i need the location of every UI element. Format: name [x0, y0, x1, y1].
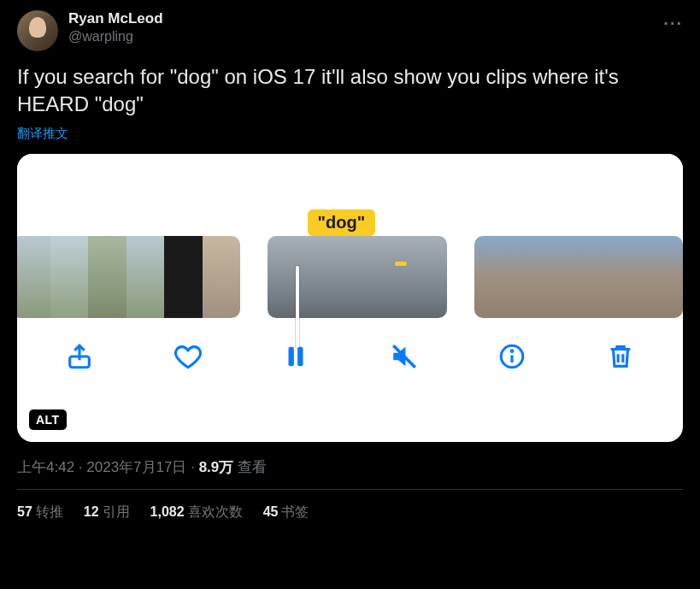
info-icon[interactable] — [493, 338, 531, 375]
views-count: 8.9万 — [199, 459, 234, 475]
tweet-header: Ryan McLeod @warpling ··· — [17, 10, 683, 51]
mute-icon[interactable] — [385, 338, 423, 375]
timeline-marker — [395, 262, 407, 266]
thumbnail — [648, 236, 683, 318]
thumbnail — [579, 236, 614, 318]
thumbnail — [387, 236, 447, 318]
thumbnail — [50, 236, 89, 318]
share-icon[interactable] — [61, 338, 98, 375]
tweet-container: Ryan McLeod @warpling ··· If you search … — [0, 0, 700, 532]
thumbnail — [126, 236, 165, 318]
thumbnail — [327, 236, 387, 318]
thumbnail — [509, 236, 544, 318]
heart-icon[interactable] — [169, 338, 207, 375]
tweet-text: If you search for "dog" on iOS 17 it'll … — [17, 63, 683, 119]
thumbnail — [203, 236, 241, 318]
thumbnail — [544, 236, 579, 318]
trash-icon[interactable] — [602, 338, 639, 375]
avatar[interactable] — [17, 10, 58, 51]
thumbnail — [88, 236, 126, 318]
tweet-date[interactable]: 2023年7月17日 — [86, 459, 186, 475]
search-match-pill: "dog" — [308, 209, 376, 236]
retweets-stat[interactable]: 57转推 — [17, 504, 63, 521]
display-name: Ryan McLeod — [68, 10, 653, 27]
thumbnail — [614, 236, 649, 318]
user-handle: @warpling — [68, 28, 653, 44]
timeline-row[interactable] — [17, 236, 683, 318]
likes-stat[interactable]: 1,082喜欢次数 — [150, 504, 243, 521]
media-card[interactable]: "dog" — [17, 154, 683, 442]
stats-row: 57转推 12引用 1,082喜欢次数 45书签 — [17, 490, 683, 521]
alt-badge[interactable]: ALT — [29, 409, 67, 430]
more-icon[interactable]: ··· — [663, 10, 683, 33]
playhead-icon[interactable] — [296, 266, 299, 348]
clip-group-1[interactable] — [17, 236, 240, 318]
clip-group-2[interactable] — [268, 236, 446, 318]
thumbnail — [17, 236, 50, 318]
quotes-stat[interactable]: 12引用 — [84, 504, 130, 521]
media-top-area: "dog" — [17, 154, 683, 236]
clip-group-3[interactable] — [474, 236, 683, 318]
svg-point-6 — [511, 350, 513, 352]
user-block[interactable]: Ryan McLeod @warpling — [68, 10, 653, 45]
views-label: 查看 — [238, 459, 267, 475]
bookmarks-stat[interactable]: 45书签 — [263, 504, 309, 521]
svg-rect-2 — [297, 346, 303, 366]
media-toolbar — [17, 318, 683, 395]
thumbnail — [474, 236, 509, 318]
thumbnail — [164, 236, 203, 318]
svg-rect-1 — [289, 346, 294, 366]
meta-row: 上午4:42 · 2023年7月17日 · 8.9万 查看 — [17, 457, 683, 490]
tweet-time[interactable]: 上午4:42 — [17, 459, 74, 475]
translate-link[interactable]: 翻译推文 — [17, 126, 683, 142]
